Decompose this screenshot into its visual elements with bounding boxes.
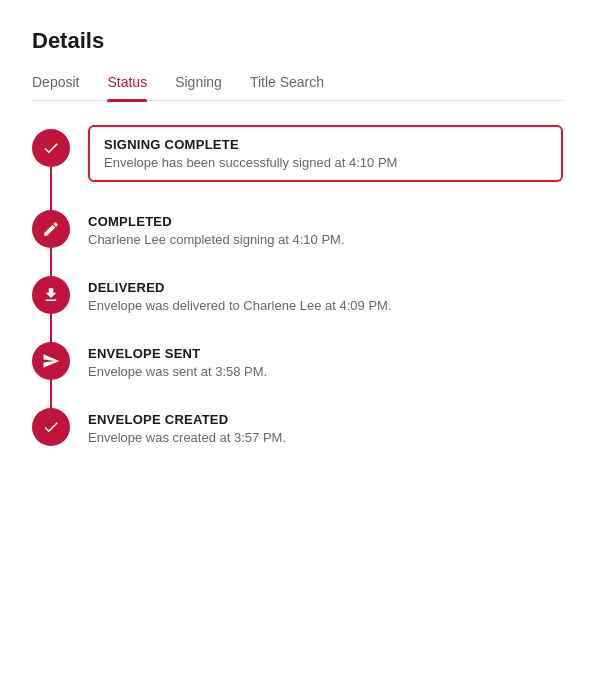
send-icon: [32, 342, 70, 380]
check-circle-icon: [32, 408, 70, 446]
timeline-content-envelope-sent: ENVELOPE SENT Envelope was sent at 3:58 …: [88, 342, 563, 379]
tab-title-search[interactable]: Title Search: [250, 74, 324, 100]
timeline-content-signing-complete: SIGNING COMPLETE Envelope has been succe…: [88, 125, 563, 182]
tab-deposit[interactable]: Deposit: [32, 74, 79, 100]
tab-signing[interactable]: Signing: [175, 74, 222, 100]
timeline-desc: Envelope was sent at 3:58 PM.: [88, 364, 563, 379]
timeline: SIGNING COMPLETE Envelope has been succe…: [32, 129, 563, 446]
timeline-content-completed: COMPLETED Charlene Lee completed signing…: [88, 210, 563, 247]
pencil-icon: [32, 210, 70, 248]
timeline-title: ENVELOPE CREATED: [88, 412, 563, 427]
timeline-desc: Envelope was created at 3:57 PM.: [88, 430, 563, 445]
tabs-nav: Deposit Status Signing Title Search: [32, 74, 563, 101]
timeline-item-completed: COMPLETED Charlene Lee completed signing…: [32, 210, 563, 248]
timeline-item-signing-complete: SIGNING COMPLETE Envelope has been succe…: [32, 129, 563, 182]
timeline-item-envelope-sent: ENVELOPE SENT Envelope was sent at 3:58 …: [32, 342, 563, 380]
timeline-title: SIGNING COMPLETE: [104, 137, 547, 152]
timeline-title: COMPLETED: [88, 214, 563, 229]
check-icon: [32, 129, 70, 167]
timeline-title: ENVELOPE SENT: [88, 346, 563, 361]
download-icon: [32, 276, 70, 314]
timeline-desc: Envelope has been successfully signed at…: [104, 155, 547, 170]
timeline-content-envelope-created: ENVELOPE CREATED Envelope was created at…: [88, 408, 563, 445]
timeline-item-envelope-created: ENVELOPE CREATED Envelope was created at…: [32, 408, 563, 446]
timeline-desc: Charlene Lee completed signing at 4:10 P…: [88, 232, 563, 247]
timeline-content-delivered: DELIVERED Envelope was delivered to Char…: [88, 276, 563, 313]
timeline-desc: Envelope was delivered to Charlene Lee a…: [88, 298, 563, 313]
tab-status[interactable]: Status: [107, 74, 147, 100]
page-title: Details: [32, 28, 563, 54]
timeline-title: DELIVERED: [88, 280, 563, 295]
timeline-item-delivered: DELIVERED Envelope was delivered to Char…: [32, 276, 563, 314]
